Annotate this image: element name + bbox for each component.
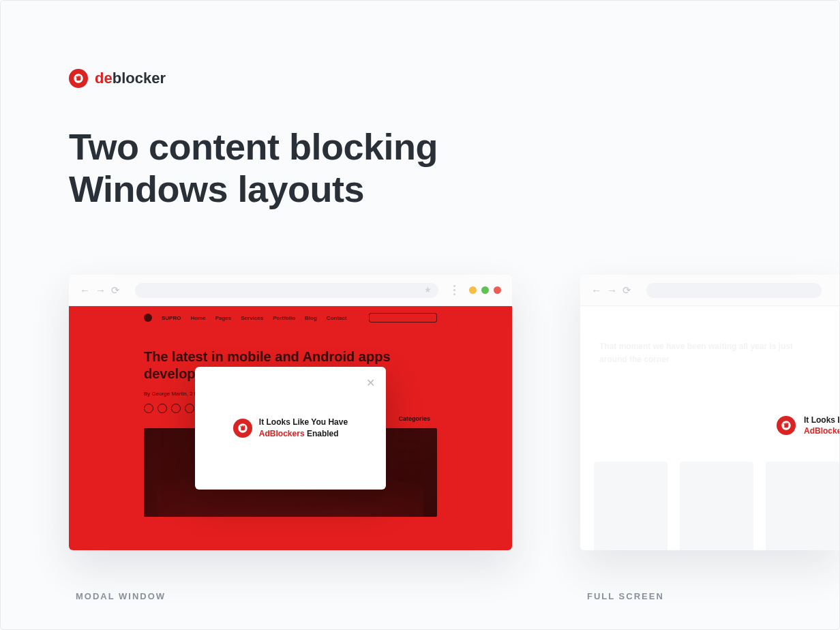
page-heading: Two content blockingWindows layouts [69,125,839,210]
caption-modal: MODAL WINDOW [76,591,512,601]
viewport-fullscreen: That moment we have been waiting all yea… [580,306,839,550]
url-bar-2 [646,283,822,298]
browser-toolbar: ←→⟳ ★ [69,275,512,306]
fullscreen-message: It Looks Like YAdBlockers En [804,415,839,438]
back-icon: ← [591,284,601,297]
caption-fullscreen: FULL SCREEN [587,591,839,601]
nav-arrows: ←→⟳ [80,284,120,297]
fullscreen-hand-icon [777,416,796,435]
brand-hand-icon [69,69,88,88]
browser-mockup-modal: ←→⟳ ★ SUPRO HomePagesServicesPortfolioBl… [69,275,512,550]
star-icon: ★ [424,285,432,295]
modal-hand-icon [233,419,252,438]
reload-icon: ⟳ [111,284,120,297]
viewport-modal: SUPRO HomePagesServicesPortfolioBlogCont… [69,306,512,550]
content-placeholders [594,462,839,550]
modal-message: It Looks Like You HaveAdBlockers Enabled [259,417,348,440]
brand-text: deblocker [95,70,166,87]
browser-toolbar-2: ←→⟳ [580,275,839,306]
faint-headline: That moment we have been waiting all yea… [599,340,820,366]
back-icon: ← [80,284,90,297]
brand-row: deblocker [69,69,839,88]
close-icon[interactable]: ✕ [366,376,375,389]
forward-icon: → [95,284,106,297]
adblock-modal: ✕ It Looks Like You HaveAdBlockers Enabl… [195,367,386,490]
url-bar: ★ [135,283,438,298]
traffic-lights [469,286,501,294]
browser-mockup-fullscreen: ←→⟳ That moment we have been waiting all… [580,275,839,550]
reload-icon: ⟳ [622,284,631,297]
menu-dots-icon [453,285,455,295]
nav-arrows-2: ←→⟳ [591,284,631,297]
forward-icon: → [607,284,617,297]
